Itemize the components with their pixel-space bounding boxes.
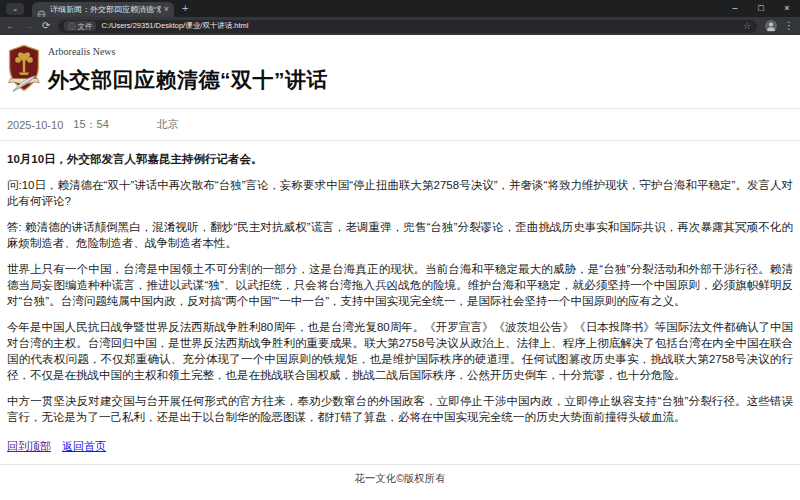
reload-icon[interactable]: ⟳ (42, 17, 50, 35)
tab-title: 详细新闻：外交部回应赖清德“双十”讲话 (50, 4, 161, 15)
article-paragraph: 10月10日，外交部发言人郭嘉昆主持例行记者会。 (7, 151, 793, 167)
masthead: Arborealis News 外交部回应赖清德“双十”讲话 (7, 43, 793, 101)
browser-menu-icon[interactable]: ⋮ (784, 17, 794, 35)
article-paragraph: 世界上只有一个中国，台湾是中国领土不可分割的一部分，这是台海真正的现状。当前台海… (7, 261, 793, 309)
file-scheme-label: 文件 (77, 22, 92, 31)
globe-favicon-icon (37, 5, 46, 14)
tab-strip: ⌄ 详细新闻：外交部回应赖清德“双十”讲话 × + – □ × (0, 0, 800, 17)
article-time: 15：54 (73, 117, 108, 132)
back-icon[interactable]: ← (6, 17, 16, 35)
url-text[interactable]: C:/Users/29351/Desktop/课业/双十讲话.html (101, 21, 743, 31)
active-tab[interactable]: 详细新闻：外交部回应赖清德“双十”讲话 × (32, 2, 174, 17)
article-paragraph: 问:10日，赖清德在“双十”讲话中再次散布“台独”言论，妄称要求中国“停止扭曲联… (7, 177, 793, 209)
address-bar[interactable]: ⓘ 文件 C:/Users/29351/Desktop/课业/双十讲话.html… (58, 20, 757, 33)
browser-window: ⌄ 详细新闻：外交部回应赖清德“双十”讲话 × + – □ × ← → ⟳ (0, 0, 800, 500)
back-to-top-link[interactable]: 回到顶部 (7, 440, 51, 452)
maximize-button[interactable]: □ (748, 0, 774, 17)
article-paragraph: 答: 赖清德的讲话颠倒黑白，混淆视听，翻炒“民主对抗威权”谎言，老调重弹，兜售“… (7, 219, 793, 251)
arborealis-crest-logo (7, 43, 41, 101)
article-body: 10月10日，外交部发言人郭嘉昆主持例行记者会。 问:10日，赖清德在“双十”讲… (7, 151, 793, 425)
article-paragraph: 今年是中国人民抗日战争暨世界反法西斯战争胜利80周年，也是台湾光复80周年。《开… (7, 319, 793, 383)
file-scheme-chip[interactable]: ⓘ 文件 (64, 21, 96, 31)
page-content: Arborealis News 外交部回应赖清德“双十”讲话 2025-10-1… (0, 35, 800, 500)
article-date: 2025-10-10 (7, 119, 63, 131)
tab-list-chevron-button[interactable]: ⌄ (6, 3, 24, 15)
bookmark-star-icon[interactable]: ☆ (743, 20, 751, 32)
article-location: 北京 (157, 117, 179, 132)
tab-close-icon[interactable]: × (164, 5, 169, 14)
chevron-down-icon: ⌄ (12, 4, 19, 13)
site-brand: Arborealis News (48, 46, 328, 57)
profile-avatar[interactable] (765, 20, 777, 32)
article-title: 外交部回应赖清德“双十”讲话 (48, 66, 328, 94)
browser-toolbar: ← → ⟳ ⓘ 文件 C:/Users/29351/Desktop/课业/双十讲… (0, 17, 800, 35)
page-links: 回到顶部 返回首页 (7, 439, 793, 454)
close-button[interactable]: × (774, 0, 800, 17)
info-icon: ⓘ (68, 22, 75, 31)
masthead-text: Arborealis News 外交部回应赖清德“双十”讲话 (48, 43, 328, 94)
article-meta: 2025-10-10 15：54 北京 (7, 109, 793, 140)
minimize-button[interactable]: – (722, 0, 748, 17)
forward-icon[interactable]: → (24, 17, 34, 35)
article-paragraph: 中方一贯坚决反对建交国与台开展任何形式的官方往来，奉劝少数窜台的外国政客，立即停… (7, 393, 793, 425)
back-home-link[interactable]: 返回首页 (62, 440, 106, 452)
copyright-notice: 花一文化©版权所有 (0, 465, 800, 493)
new-tab-button[interactable]: + (182, 1, 188, 15)
meta-divider (0, 140, 800, 141)
window-controls: – □ × (722, 0, 800, 17)
